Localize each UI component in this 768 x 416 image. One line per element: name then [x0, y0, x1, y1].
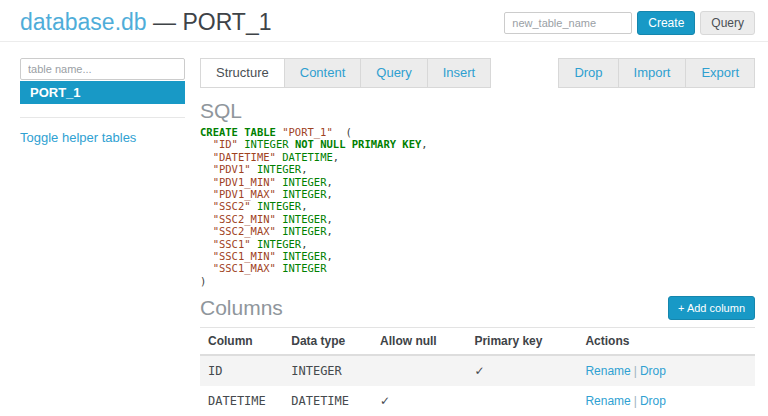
sql-token	[200, 238, 213, 250]
column-header-primary-key: Primary key	[466, 328, 577, 356]
sql-token	[200, 163, 213, 175]
action-separator: |	[631, 394, 640, 408]
rename-column-link[interactable]: Rename	[585, 364, 630, 378]
tab-row: StructureContentQueryInsert DropImportEx…	[200, 58, 755, 88]
columns-table-header-row: ColumnData typeAllow nullPrimary keyActi…	[200, 328, 755, 356]
create-table-button[interactable]: Create	[637, 11, 695, 35]
sql-line: "SSC2_MAX" INTEGER,	[200, 225, 755, 237]
columns-section-heading: Columns	[200, 296, 283, 320]
page-header: database.db — PORT_1 Create Query	[0, 0, 768, 41]
drop-button[interactable]: Drop	[558, 58, 618, 88]
sql-token: "SSC1"	[213, 238, 251, 250]
table-filter-input[interactable]	[20, 58, 185, 80]
tab-structure[interactable]: Structure	[200, 58, 285, 88]
sql-token: "DATETIME"	[213, 151, 276, 163]
tab-bar: StructureContentQueryInsert	[200, 58, 491, 88]
columns-section-header: Columns + Add column	[200, 296, 755, 320]
sql-token: )	[200, 275, 206, 287]
columns-table: ColumnData typeAllow nullPrimary keyActi…	[200, 327, 755, 416]
sidebar-table-item-port_1[interactable]: PORT_1	[20, 81, 185, 104]
sql-line: "PDV1_MIN" INTEGER,	[200, 176, 755, 188]
column-header-column: Column	[200, 328, 283, 356]
sql-token: INTEGER	[257, 200, 301, 212]
new-table-name-input[interactable]	[504, 12, 632, 34]
export-button[interactable]: Export	[685, 58, 755, 88]
sql-line: "PDV1" INTEGER,	[200, 163, 755, 175]
cell-primary-key: ✓	[466, 355, 577, 386]
tab-query[interactable]: Query	[360, 58, 427, 88]
column-header-allow-null: Allow null	[372, 328, 466, 356]
sql-token: ,	[301, 238, 307, 250]
sql-token: "ID"	[213, 138, 238, 150]
create-table-sql: CREATE TABLE "PORT_1" ( "ID" INTEGER NOT…	[200, 126, 755, 287]
sql-token: INTEGER	[282, 176, 326, 188]
table-action-buttons: DropImportExport	[558, 58, 755, 88]
sql-token: ,	[326, 225, 332, 237]
cell-primary-key	[466, 386, 577, 416]
sql-token: (	[333, 126, 352, 138]
sql-token: ,	[326, 188, 332, 200]
tab-content[interactable]: Content	[284, 58, 362, 88]
cell-allow-null: ✓	[372, 386, 466, 416]
sql-token: INTEGER	[282, 213, 326, 225]
sql-token: INTEGER	[282, 250, 326, 262]
sql-token: ,	[333, 151, 339, 163]
create-table-form: Create Query	[504, 11, 755, 35]
content: PORT_1 Toggle helper tables StructureCon…	[0, 42, 768, 416]
page-title: database.db — PORT_1	[20, 9, 271, 35]
sql-token: INTEGER	[282, 188, 326, 200]
sql-token: DATETIME	[282, 151, 333, 163]
column-header-actions: Actions	[577, 328, 755, 356]
rename-column-link[interactable]: Rename	[585, 394, 630, 408]
main-panel: StructureContentQueryInsert DropImportEx…	[200, 58, 768, 416]
sql-token: ,	[301, 163, 307, 175]
sql-line: "SSC1_MAX" INTEGER	[200, 262, 755, 274]
sql-token: "SSC2"	[213, 200, 251, 212]
drop-column-link[interactable]: Drop	[640, 394, 666, 408]
sql-token: "SSC1_MIN"	[213, 250, 276, 262]
import-button[interactable]: Import	[618, 58, 687, 88]
sql-token: INTEGER	[282, 262, 326, 274]
sql-token	[200, 200, 213, 212]
sql-token: "PDV1_MAX"	[213, 188, 276, 200]
sql-token	[200, 151, 213, 163]
sql-line: )	[200, 275, 755, 287]
sql-token	[200, 176, 213, 188]
cell-column-name: ID	[200, 355, 283, 386]
sql-token: ,	[326, 250, 332, 262]
sql-token: INTEGER	[244, 138, 288, 150]
sql-token: ,	[301, 200, 307, 212]
drop-column-link[interactable]: Drop	[640, 364, 666, 378]
sql-line: "SSC2_MIN" INTEGER,	[200, 213, 755, 225]
columns-table-body: IDINTEGER✓Rename|DropDATETIMEDATETIME✓Re…	[200, 355, 755, 416]
cell-actions: Rename|Drop	[577, 355, 755, 386]
query-button[interactable]: Query	[700, 11, 755, 35]
cell-data-type: INTEGER	[283, 355, 372, 386]
table-row: IDINTEGER✓Rename|Drop	[200, 355, 755, 386]
current-table-name: PORT_1	[182, 9, 271, 35]
sql-line: "SSC2" INTEGER,	[200, 200, 755, 212]
sql-token: ,	[421, 138, 427, 150]
sql-token: ,	[326, 176, 332, 188]
sql-token	[200, 213, 213, 225]
sql-line: "SSC1" INTEGER,	[200, 238, 755, 250]
sql-line: "SSC1_MIN" INTEGER,	[200, 250, 755, 262]
sql-token: CREATE TABLE	[200, 126, 276, 138]
sql-token: INTEGER	[282, 225, 326, 237]
table-list: PORT_1	[20, 81, 185, 104]
sql-token: "SSC2_MAX"	[213, 225, 276, 237]
tab-insert[interactable]: Insert	[427, 58, 492, 88]
add-column-button[interactable]: + Add column	[668, 296, 755, 320]
sql-token: "PDV1_MIN"	[213, 176, 276, 188]
sql-line: "PDV1_MAX" INTEGER,	[200, 188, 755, 200]
sql-token: "SSC1_MAX"	[213, 262, 276, 274]
sql-token	[200, 138, 213, 150]
database-name-link[interactable]: database.db	[20, 9, 147, 35]
cell-column-name: DATETIME	[200, 386, 283, 416]
toggle-helper-tables-link[interactable]: Toggle helper tables	[20, 130, 136, 145]
table-row: DATETIMEDATETIME✓Rename|Drop	[200, 386, 755, 416]
sql-line: "ID" INTEGER NOT NULL PRIMARY KEY,	[200, 138, 755, 150]
sql-token	[200, 225, 213, 237]
sql-section-heading: SQL	[200, 99, 755, 123]
sql-token: ,	[326, 213, 332, 225]
